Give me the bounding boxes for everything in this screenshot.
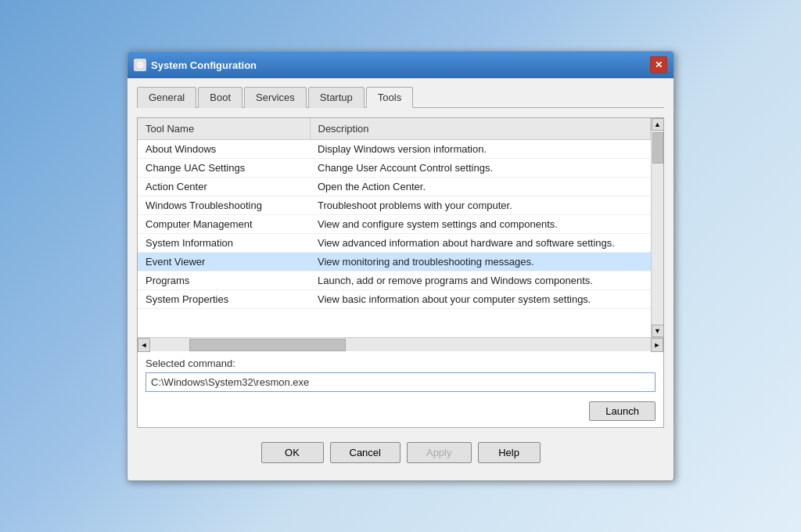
apply-button[interactable]: Apply bbox=[407, 442, 472, 463]
tab-services-label: Services bbox=[256, 92, 295, 103]
table-scroll-area: Tool Name Description About WindowsDispl… bbox=[138, 118, 651, 337]
window-icon-glyph: ⚙ bbox=[136, 60, 144, 70]
table-row[interactable]: Event ViewerView monitoring and troubles… bbox=[138, 253, 651, 271]
description-cell: View basic information about your comput… bbox=[310, 290, 651, 309]
window-icon: ⚙ bbox=[134, 59, 146, 71]
tool-name-cell: System Information bbox=[138, 234, 310, 253]
close-button[interactable]: ✕ bbox=[650, 56, 667, 74]
scroll-down-arrow[interactable]: ▼ bbox=[652, 325, 664, 337]
window-body: General Boot Services Startup Tools bbox=[128, 78, 673, 480]
scroll-right-arrow[interactable]: ► bbox=[651, 338, 663, 352]
help-button[interactable]: Help bbox=[478, 442, 541, 463]
footer-buttons: OK Cancel Apply Help bbox=[137, 434, 664, 471]
tab-tools[interactable]: Tools bbox=[366, 87, 413, 108]
description-cell: Launch, add or remove programs and Windo… bbox=[310, 271, 651, 290]
tool-name-cell: Computer Management bbox=[138, 215, 310, 234]
table-row[interactable]: System PropertiesView basic information … bbox=[138, 290, 651, 309]
tab-general[interactable]: General bbox=[137, 87, 196, 108]
tool-name-cell: Windows Troubleshooting bbox=[138, 196, 310, 215]
table-row[interactable]: Computer ManagementView and configure sy… bbox=[138, 215, 651, 234]
tool-name-cell: Action Center bbox=[138, 178, 310, 196]
system-configuration-window: ⚙ System Configuration ✕ General Boot Se… bbox=[127, 51, 674, 481]
tool-name-cell: Programs bbox=[138, 271, 310, 290]
table-container: Tool Name Description About WindowsDispl… bbox=[138, 118, 663, 337]
tab-startup[interactable]: Startup bbox=[308, 87, 365, 108]
ok-button[interactable]: OK bbox=[261, 442, 324, 463]
scroll-right-icon: ► bbox=[654, 341, 661, 349]
tab-tools-label: Tools bbox=[378, 92, 401, 103]
scroll-left-arrow[interactable]: ◄ bbox=[138, 338, 150, 352]
description-cell: View monitoring and troubleshooting mess… bbox=[310, 253, 651, 271]
tool-name-cell: System Properties bbox=[138, 290, 310, 309]
scroll-thumb-v[interactable] bbox=[652, 132, 663, 164]
launch-button[interactable]: Launch bbox=[589, 401, 656, 421]
selected-command-input[interactable] bbox=[145, 372, 656, 392]
table-body: About WindowsDisplay Windows version inf… bbox=[138, 140, 651, 309]
window-title: System Configuration bbox=[151, 59, 257, 71]
table-header-row: Tool Name Description bbox=[138, 118, 651, 140]
tab-boot-label: Boot bbox=[210, 92, 231, 103]
scroll-left-icon: ◄ bbox=[141, 341, 148, 349]
scroll-track-v[interactable] bbox=[652, 131, 663, 325]
scroll-down-icon: ▼ bbox=[654, 327, 661, 335]
close-icon: ✕ bbox=[655, 59, 663, 70]
cancel-button[interactable]: Cancel bbox=[330, 442, 400, 463]
table-row[interactable]: ProgramsLaunch, add or remove programs a… bbox=[138, 271, 651, 290]
scroll-up-arrow[interactable]: ▲ bbox=[652, 118, 664, 131]
vertical-scrollbar[interactable]: ▲ ▼ bbox=[651, 118, 663, 337]
col-tool-name: Tool Name bbox=[138, 118, 310, 140]
description-cell: Troubleshoot problems with your computer… bbox=[310, 196, 651, 215]
description-cell: Open the Action Center. bbox=[310, 178, 651, 196]
table-row[interactable]: Action CenterOpen the Action Center. bbox=[138, 178, 651, 196]
description-cell: Display Windows version information. bbox=[310, 140, 651, 159]
scroll-thumb-h[interactable] bbox=[189, 339, 346, 351]
tool-name-cell: Event Viewer bbox=[138, 253, 310, 271]
table-row[interactable]: System InformationView advanced informat… bbox=[138, 234, 651, 253]
tab-services[interactable]: Services bbox=[244, 87, 307, 108]
description-cell: View and configure system settings and c… bbox=[310, 215, 651, 234]
col-description: Description bbox=[310, 118, 651, 140]
selected-command-section: Selected command: bbox=[138, 351, 663, 398]
tab-startup-label: Startup bbox=[320, 92, 353, 103]
tab-general-label: General bbox=[149, 92, 185, 103]
description-cell: View advanced information about hardware… bbox=[310, 234, 651, 253]
scroll-track-h[interactable] bbox=[150, 338, 651, 351]
tools-table: Tool Name Description About WindowsDispl… bbox=[138, 118, 651, 309]
title-bar-left: ⚙ System Configuration bbox=[134, 59, 257, 71]
scroll-up-icon: ▲ bbox=[654, 120, 661, 128]
table-row[interactable]: Change UAC SettingsChange User Account C… bbox=[138, 159, 651, 178]
selected-command-label: Selected command: bbox=[145, 358, 656, 369]
table-row[interactable]: Windows TroubleshootingTroubleshoot prob… bbox=[138, 196, 651, 215]
tool-name-cell: Change UAC Settings bbox=[138, 159, 310, 178]
title-bar: ⚙ System Configuration ✕ bbox=[128, 52, 673, 78]
tab-boot[interactable]: Boot bbox=[198, 87, 242, 108]
tab-bar: General Boot Services Startup Tools bbox=[137, 86, 664, 108]
tool-name-cell: About Windows bbox=[138, 140, 310, 159]
horizontal-scrollbar[interactable]: ◄ ► bbox=[138, 337, 663, 351]
launch-row: Launch bbox=[138, 398, 663, 427]
description-cell: Change User Account Control settings. bbox=[310, 159, 651, 178]
content-area: Tool Name Description About WindowsDispl… bbox=[137, 117, 664, 428]
table-row[interactable]: About WindowsDisplay Windows version inf… bbox=[138, 140, 651, 159]
